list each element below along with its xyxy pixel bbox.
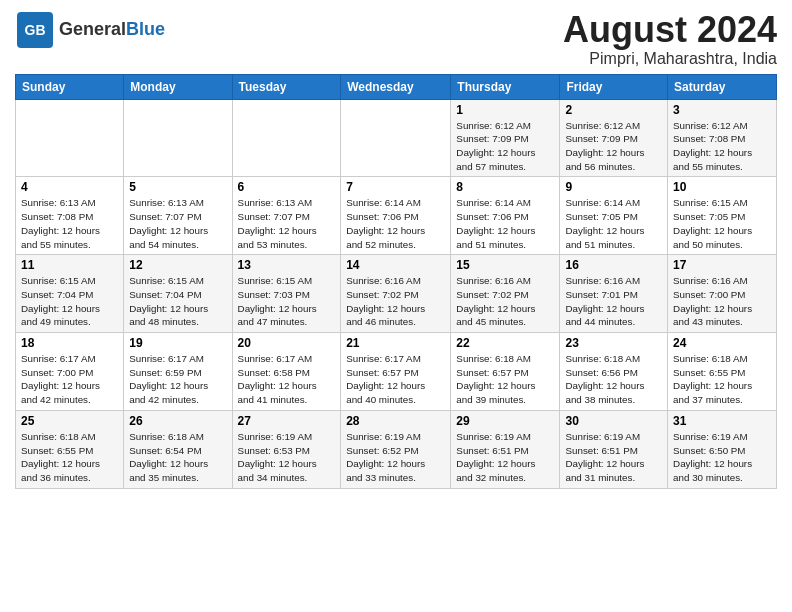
day-info: Sunrise: 6:12 AM Sunset: 7:09 PM Dayligh… [456, 119, 554, 174]
calendar-cell: 6Sunrise: 6:13 AM Sunset: 7:07 PM Daylig… [232, 177, 341, 255]
calendar-cell [341, 99, 451, 177]
day-info: Sunrise: 6:18 AM Sunset: 6:55 PM Dayligh… [673, 352, 771, 407]
day-number: 4 [21, 180, 118, 194]
day-info: Sunrise: 6:17 AM Sunset: 6:58 PM Dayligh… [238, 352, 336, 407]
day-info: Sunrise: 6:16 AM Sunset: 7:02 PM Dayligh… [456, 274, 554, 329]
day-info: Sunrise: 6:15 AM Sunset: 7:04 PM Dayligh… [21, 274, 118, 329]
day-info: Sunrise: 6:14 AM Sunset: 7:06 PM Dayligh… [346, 196, 445, 251]
day-number: 16 [565, 258, 662, 272]
day-info: Sunrise: 6:18 AM Sunset: 6:56 PM Dayligh… [565, 352, 662, 407]
logo: GB GeneralBlue [15, 10, 165, 50]
day-number: 9 [565, 180, 662, 194]
day-info: Sunrise: 6:13 AM Sunset: 7:07 PM Dayligh… [238, 196, 336, 251]
day-info: Sunrise: 6:19 AM Sunset: 6:51 PM Dayligh… [456, 430, 554, 485]
week-row-4: 18Sunrise: 6:17 AM Sunset: 7:00 PM Dayli… [16, 333, 777, 411]
day-number: 3 [673, 103, 771, 117]
day-number: 19 [129, 336, 226, 350]
day-info: Sunrise: 6:17 AM Sunset: 7:00 PM Dayligh… [21, 352, 118, 407]
week-row-3: 11Sunrise: 6:15 AM Sunset: 7:04 PM Dayli… [16, 255, 777, 333]
day-header-tuesday: Tuesday [232, 74, 341, 99]
day-number: 14 [346, 258, 445, 272]
calendar-cell: 27Sunrise: 6:19 AM Sunset: 6:53 PM Dayli… [232, 410, 341, 488]
calendar-cell: 2Sunrise: 6:12 AM Sunset: 7:09 PM Daylig… [560, 99, 668, 177]
day-info: Sunrise: 6:15 AM Sunset: 7:04 PM Dayligh… [129, 274, 226, 329]
calendar-cell: 14Sunrise: 6:16 AM Sunset: 7:02 PM Dayli… [341, 255, 451, 333]
calendar-cell: 21Sunrise: 6:17 AM Sunset: 6:57 PM Dayli… [341, 333, 451, 411]
day-number: 15 [456, 258, 554, 272]
logo-text: GeneralBlue [59, 20, 165, 40]
day-number: 26 [129, 414, 226, 428]
day-info: Sunrise: 6:12 AM Sunset: 7:09 PM Dayligh… [565, 119, 662, 174]
calendar-cell: 13Sunrise: 6:15 AM Sunset: 7:03 PM Dayli… [232, 255, 341, 333]
calendar-cell: 18Sunrise: 6:17 AM Sunset: 7:00 PM Dayli… [16, 333, 124, 411]
day-number: 7 [346, 180, 445, 194]
day-number: 11 [21, 258, 118, 272]
calendar-cell: 12Sunrise: 6:15 AM Sunset: 7:04 PM Dayli… [124, 255, 232, 333]
calendar-cell: 10Sunrise: 6:15 AM Sunset: 7:05 PM Dayli… [668, 177, 777, 255]
calendar-cell: 8Sunrise: 6:14 AM Sunset: 7:06 PM Daylig… [451, 177, 560, 255]
calendar-cell: 20Sunrise: 6:17 AM Sunset: 6:58 PM Dayli… [232, 333, 341, 411]
calendar-cell: 30Sunrise: 6:19 AM Sunset: 6:51 PM Dayli… [560, 410, 668, 488]
day-number: 31 [673, 414, 771, 428]
calendar-cell: 15Sunrise: 6:16 AM Sunset: 7:02 PM Dayli… [451, 255, 560, 333]
calendar-cell: 17Sunrise: 6:16 AM Sunset: 7:00 PM Dayli… [668, 255, 777, 333]
day-number: 30 [565, 414, 662, 428]
calendar-cell: 24Sunrise: 6:18 AM Sunset: 6:55 PM Dayli… [668, 333, 777, 411]
calendar-cell: 3Sunrise: 6:12 AM Sunset: 7:08 PM Daylig… [668, 99, 777, 177]
day-header-sunday: Sunday [16, 74, 124, 99]
calendar-cell: 23Sunrise: 6:18 AM Sunset: 6:56 PM Dayli… [560, 333, 668, 411]
calendar-cell: 5Sunrise: 6:13 AM Sunset: 7:07 PM Daylig… [124, 177, 232, 255]
day-number: 20 [238, 336, 336, 350]
day-number: 23 [565, 336, 662, 350]
calendar-cell: 1Sunrise: 6:12 AM Sunset: 7:09 PM Daylig… [451, 99, 560, 177]
week-row-5: 25Sunrise: 6:18 AM Sunset: 6:55 PM Dayli… [16, 410, 777, 488]
day-number: 25 [21, 414, 118, 428]
day-number: 18 [21, 336, 118, 350]
days-header-row: SundayMondayTuesdayWednesdayThursdayFrid… [16, 74, 777, 99]
day-number: 13 [238, 258, 336, 272]
page: GB GeneralBlue August 2024 Pimpri, Mahar… [0, 0, 792, 499]
day-info: Sunrise: 6:17 AM Sunset: 6:57 PM Dayligh… [346, 352, 445, 407]
calendar-cell: 16Sunrise: 6:16 AM Sunset: 7:01 PM Dayli… [560, 255, 668, 333]
main-title: August 2024 [563, 10, 777, 50]
day-header-wednesday: Wednesday [341, 74, 451, 99]
day-info: Sunrise: 6:19 AM Sunset: 6:50 PM Dayligh… [673, 430, 771, 485]
subtitle: Pimpri, Maharashtra, India [563, 50, 777, 68]
day-info: Sunrise: 6:14 AM Sunset: 7:06 PM Dayligh… [456, 196, 554, 251]
day-info: Sunrise: 6:19 AM Sunset: 6:51 PM Dayligh… [565, 430, 662, 485]
calendar-cell: 11Sunrise: 6:15 AM Sunset: 7:04 PM Dayli… [16, 255, 124, 333]
svg-text:GB: GB [25, 22, 46, 38]
logo-icon: GB [15, 10, 55, 50]
calendar-cell [232, 99, 341, 177]
day-info: Sunrise: 6:14 AM Sunset: 7:05 PM Dayligh… [565, 196, 662, 251]
day-info: Sunrise: 6:13 AM Sunset: 7:07 PM Dayligh… [129, 196, 226, 251]
day-info: Sunrise: 6:19 AM Sunset: 6:53 PM Dayligh… [238, 430, 336, 485]
day-info: Sunrise: 6:13 AM Sunset: 7:08 PM Dayligh… [21, 196, 118, 251]
week-row-2: 4Sunrise: 6:13 AM Sunset: 7:08 PM Daylig… [16, 177, 777, 255]
day-header-thursday: Thursday [451, 74, 560, 99]
day-number: 5 [129, 180, 226, 194]
day-info: Sunrise: 6:16 AM Sunset: 7:02 PM Dayligh… [346, 274, 445, 329]
week-row-1: 1Sunrise: 6:12 AM Sunset: 7:09 PM Daylig… [16, 99, 777, 177]
day-header-monday: Monday [124, 74, 232, 99]
day-number: 2 [565, 103, 662, 117]
day-info: Sunrise: 6:18 AM Sunset: 6:55 PM Dayligh… [21, 430, 118, 485]
day-number: 27 [238, 414, 336, 428]
day-number: 22 [456, 336, 554, 350]
day-info: Sunrise: 6:19 AM Sunset: 6:52 PM Dayligh… [346, 430, 445, 485]
calendar-cell [124, 99, 232, 177]
day-info: Sunrise: 6:16 AM Sunset: 7:00 PM Dayligh… [673, 274, 771, 329]
day-number: 12 [129, 258, 226, 272]
day-number: 8 [456, 180, 554, 194]
day-info: Sunrise: 6:17 AM Sunset: 6:59 PM Dayligh… [129, 352, 226, 407]
day-number: 1 [456, 103, 554, 117]
calendar-cell: 22Sunrise: 6:18 AM Sunset: 6:57 PM Dayli… [451, 333, 560, 411]
calendar-cell: 25Sunrise: 6:18 AM Sunset: 6:55 PM Dayli… [16, 410, 124, 488]
logo-blue: Blue [126, 19, 165, 39]
day-info: Sunrise: 6:18 AM Sunset: 6:57 PM Dayligh… [456, 352, 554, 407]
calendar-cell: 4Sunrise: 6:13 AM Sunset: 7:08 PM Daylig… [16, 177, 124, 255]
calendar-cell: 9Sunrise: 6:14 AM Sunset: 7:05 PM Daylig… [560, 177, 668, 255]
day-header-saturday: Saturday [668, 74, 777, 99]
day-info: Sunrise: 6:15 AM Sunset: 7:05 PM Dayligh… [673, 196, 771, 251]
day-number: 24 [673, 336, 771, 350]
